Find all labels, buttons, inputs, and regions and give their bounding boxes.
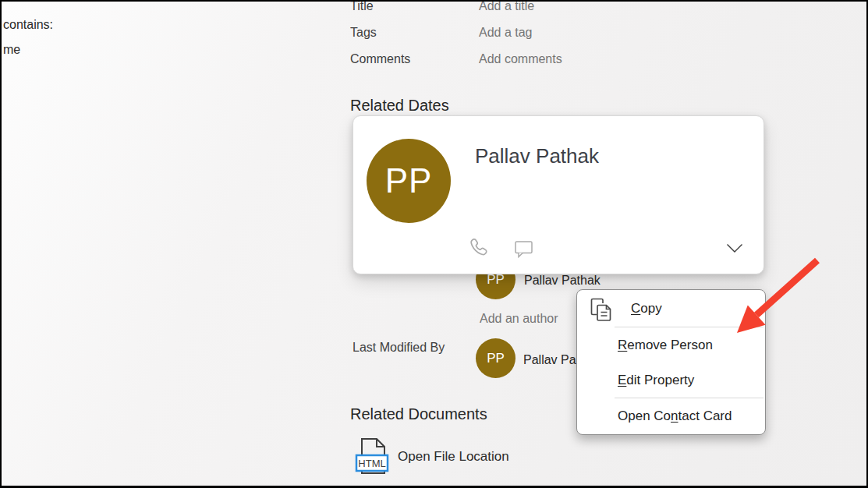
contact-card-name: Pallav Pathak: [475, 144, 599, 168]
context-menu: Copy Remove Person Edit Property Open Co…: [576, 289, 766, 435]
contact-hover-card: PP Pallav Pathak: [353, 115, 764, 274]
add-author-field[interactable]: Add an author: [480, 312, 558, 326]
property-value-tags[interactable]: Add a tag: [479, 21, 533, 44]
menu-item-copy-label: Copy: [631, 301, 662, 316]
last-modified-by-label: Last Modified By: [353, 341, 445, 355]
menu-item-open-contact-card[interactable]: Open Contact Card: [577, 398, 765, 433]
copy-icon: [590, 298, 613, 326]
related-documents-heading: Related Documents: [350, 405, 487, 423]
cropped-text-me: me: [3, 42, 20, 58]
property-value-title[interactable]: Add a title: [479, 0, 534, 18]
svg-text:HTML: HTML: [358, 458, 385, 469]
related-dates-heading: Related Dates: [350, 97, 449, 115]
html-file-icon: HTML: [354, 437, 391, 476]
backstage-info-pane: contains: me Title Add a title Tags Add …: [0, 0, 868, 488]
avatar-last-modified[interactable]: PP: [476, 338, 515, 378]
menu-item-open-contact-card-label: Open Contact Card: [618, 408, 732, 424]
avatar-large[interactable]: PP: [367, 139, 451, 223]
last-modified-name[interactable]: Pallav Pa: [523, 353, 576, 367]
author-name[interactable]: Pallav Pathak: [524, 274, 601, 288]
menu-item-edit-property-label: Edit Property: [618, 373, 694, 388]
menu-item-copy[interactable]: Copy: [577, 291, 765, 327]
menu-item-remove-person-label: Remove Person: [618, 338, 713, 353]
property-label-tags: Tags: [350, 21, 377, 44]
property-label-comments: Comments: [350, 48, 410, 71]
menu-item-remove-person[interactable]: Remove Person: [577, 327, 765, 362]
property-value-comments[interactable]: Add comments: [479, 48, 562, 71]
phone-icon[interactable]: [467, 238, 489, 261]
chevron-down-icon[interactable]: [726, 242, 743, 256]
cropped-text-contains: contains:: [3, 17, 53, 33]
chat-icon[interactable]: [515, 241, 533, 261]
open-file-location-link[interactable]: Open File Location: [398, 449, 509, 465]
property-label-title: Title: [350, 0, 374, 18]
menu-item-edit-property[interactable]: Edit Property: [577, 362, 765, 398]
